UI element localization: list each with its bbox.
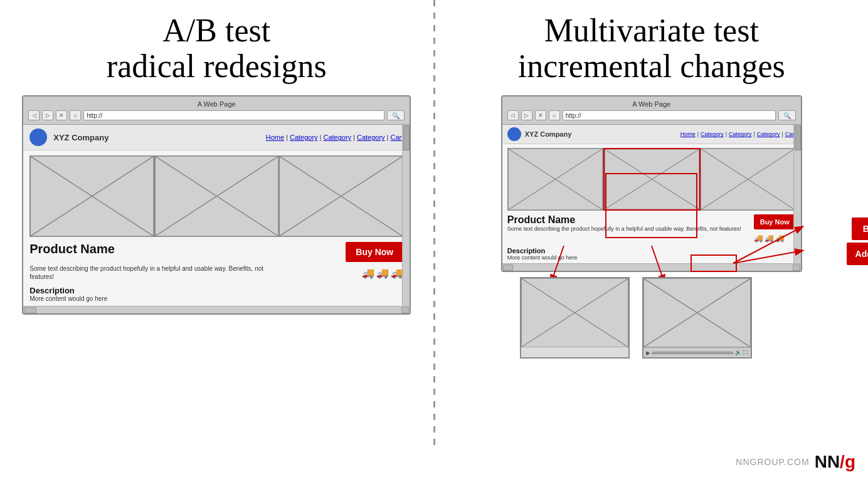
right-description-title: Description [507,247,796,254]
right-truck-icons: 🚚 🚚 🚚 [754,234,785,243]
product-name-left: Product Name [29,242,115,256]
right-description: Description More content would go here [502,247,801,263]
product-section-left: Product Name Buy Now Some text describin… [23,237,410,286]
forward-button-left[interactable]: ▷ [42,110,53,120]
right-title: Multivariate test incremental changes [518,13,785,84]
scrollbar-corner-right [793,265,800,271]
right-panel-container: A Web Page ◁ ▷ ✕ ⌂ http:// 🔍 [454,95,850,359]
right-description-text: More content would go here [507,254,796,261]
video-fullscreen-icon[interactable]: ⛶ [743,350,748,355]
address-bar-left[interactable]: http:// [83,110,384,120]
footer: NNGROUP.COM NN/g [0,447,868,477]
browser-title-right: A Web Page [507,100,796,108]
main-content: A/B test radical redesigns A Web Page ◁ … [0,0,868,447]
logo-circle-left [29,128,47,146]
scroll-left-btn-right[interactable] [503,265,513,271]
description-section-left: Description More content would go here [23,286,410,306]
bottom-scrollbar-left[interactable] [23,306,410,313]
floating-buy-now-button[interactable]: Buy Now [852,218,868,240]
left-browser: A Web Page ◁ ▷ ✕ ⌂ http:// 🔍 [22,95,411,315]
left-title: A/B test radical redesigns [107,13,327,84]
nav-cat2-left[interactable]: Category [323,134,351,141]
floating-add-to-cart-button[interactable]: Add to Cart [847,243,868,265]
webpage-right: XYZ Company Home | Category | Category | [502,125,801,271]
nav-cat1-left[interactable]: Category [290,134,318,141]
truck-icon-1: 🚚 [362,267,374,279]
right-wireframe-img-3 [701,148,796,211]
scrollbar-corner-left [401,307,409,313]
nav-cat1-right[interactable]: Category [701,131,724,137]
browser-chrome-left: A Web Page ◁ ▷ ✕ ⌂ http:// 🔍 [23,97,410,125]
browser-title-left: A Web Page [28,100,405,108]
nav-cat2-right[interactable]: Category [729,131,752,137]
right-product-desc: Some text describing the product hopeful… [507,226,749,233]
right-browser: A Web Page ◁ ▷ ✕ ⌂ http:// 🔍 [501,95,802,272]
nav-links-left: Home | Category | Category | Category | … [266,134,403,141]
wireframe-img-3 [279,155,403,237]
search-button-left[interactable]: 🔍 [387,110,405,120]
logo-circle-right [507,127,521,141]
webpage-nav-left: XYZ Company Home | Category | Category |… [23,125,410,150]
truck-icon-2: 🚚 [376,267,389,279]
right-wireframe-img-1 [507,148,603,211]
browser-chrome-right: A Web Page ◁ ▷ ✕ ⌂ http:// 🔍 [502,97,801,125]
nav-home-right[interactable]: Home [680,131,696,137]
video-bar: ▶ 🔊 ⛶ [643,347,751,357]
variant-box-1 [520,277,630,359]
browser-controls-right: ◁ ▷ ✕ ⌂ http:// 🔍 [507,110,796,120]
right-product-name: Product Name [507,214,749,226]
video-play-icon[interactable]: ▶ [646,350,650,356]
variant-boxes: ▶ 🔊 ⛶ [520,277,802,359]
address-bar-right[interactable]: http:// [563,110,776,120]
search-button-right[interactable]: 🔍 [778,110,796,120]
description-text-left: More content would go here [29,295,403,302]
product-row-left: Product Name Buy Now [29,242,403,262]
scrollbar-left[interactable] [402,125,410,306]
bottom-scrollbar-right[interactable] [502,263,801,271]
nav-home-left[interactable]: Home [266,134,284,141]
home-button-left[interactable]: ⌂ [70,110,81,120]
webpage-left: XYZ Company Home | Category | Category |… [23,125,410,313]
home-button-right[interactable]: ⌂ [549,110,560,120]
footer-logo: NN/g [815,452,855,472]
description-title-left: Description [29,286,403,295]
wireframe-row-left [23,150,410,237]
stop-button-left[interactable]: ✕ [56,110,67,120]
product-desc-left: Some text describing the product hopeful… [29,265,272,281]
right-wireframe-img-2 [603,148,701,211]
right-panel: Multivariate test incremental changes A … [435,0,869,447]
nav-cart-left[interactable]: Cart [390,134,403,141]
back-button-left[interactable]: ◁ [28,110,40,120]
browser-controls-left: ◁ ▷ ✕ ⌂ http:// 🔍 [28,110,405,120]
truck-icon-3: 🚚 [391,267,403,279]
buy-now-button-left[interactable]: Buy Now [346,242,403,262]
truck-icons-left: 🚚 🚚 🚚 [362,267,403,279]
forward-button-right[interactable]: ▷ [521,110,532,120]
company-name-left: XYZ Company [53,133,109,142]
variant-box-2: ▶ 🔊 ⛶ [642,277,752,359]
buy-now-button-right[interactable]: Buy Now [754,214,796,229]
variants-area: ▶ 🔊 ⛶ [501,277,802,359]
left-panel: A/B test radical redesigns A Web Page ◁ … [0,0,433,447]
wireframe-img-1 [29,155,154,237]
right-truck-2: 🚚 [765,234,774,243]
video-progress [652,352,733,354]
company-name-right: XYZ Company [525,130,572,138]
webpage-nav-right: XYZ Company Home | Category | Category | [502,125,801,144]
right-panel-inner: A Web Page ◁ ▷ ✕ ⌂ http:// 🔍 [501,95,802,359]
right-truck-1: 🚚 [754,234,763,243]
stop-button-right[interactable]: ✕ [535,110,546,120]
nav-cat3-left[interactable]: Category [357,134,385,141]
back-button-right[interactable]: ◁ [507,110,519,120]
scrollbar-thumb-left [403,125,410,150]
scrollbar-thumb-right [795,125,801,150]
wireframe-img-2 [155,155,279,237]
video-vol-icon[interactable]: 🔊 [735,350,741,355]
footer-domain: NNGROUP.COM [736,457,809,467]
scroll-left-btn[interactable] [24,307,36,313]
right-truck-3: 🚚 [775,234,785,243]
scrollbar-right[interactable] [793,125,801,263]
wireframe-row-right [502,144,801,211]
nav-links-right: Home | Category | Category | Category | [680,131,796,137]
nav-cat3-right[interactable]: Category [757,131,780,137]
